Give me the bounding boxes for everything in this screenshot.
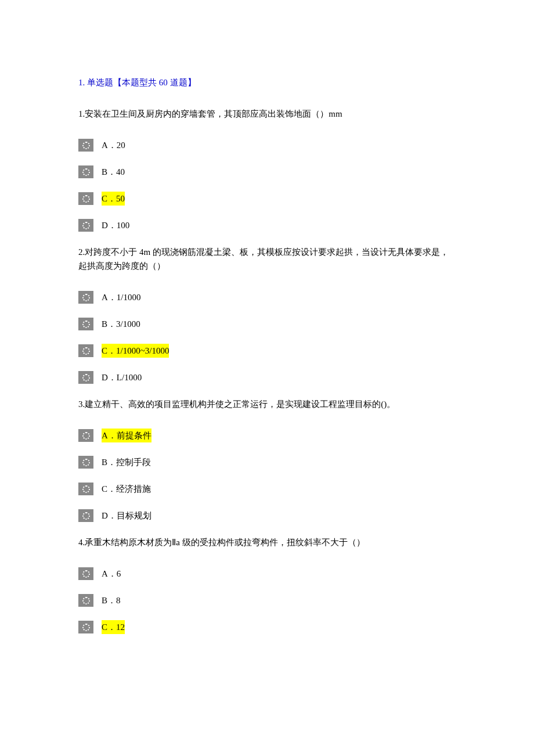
radio-icon[interactable] (78, 456, 93, 469)
option-label: D．100 (102, 218, 129, 232)
option-row[interactable]: C．经济措施 (78, 482, 456, 496)
radio-icon[interactable] (78, 483, 93, 495)
option-label: C．1/1000~3/1000 (102, 344, 169, 358)
option-row[interactable]: A．6 (78, 567, 456, 581)
option-label: B．8 (102, 593, 121, 607)
radio-icon[interactable] (78, 509, 93, 522)
radio-icon[interactable] (78, 621, 93, 633)
option-row[interactable]: B．控制手段 (78, 455, 456, 469)
option-row[interactable]: D．100 (78, 218, 456, 232)
radio-icon[interactable] (78, 567, 93, 580)
question-text: 4.承重木结构原木材质为Ⅱa 级的受拉构件或拉弯构件，扭纹斜率不大于（） (78, 535, 456, 549)
radio-icon[interactable] (78, 139, 93, 152)
radio-icon[interactable] (78, 165, 93, 178)
radio-icon[interactable] (78, 344, 93, 357)
radio-icon[interactable] (78, 219, 93, 232)
option-label: B．3/1000 (102, 317, 140, 331)
radio-icon[interactable] (78, 192, 93, 205)
options-group: A．前提条件B．控制手段C．经济措施D．目标规划 (78, 429, 456, 523)
option-label: D．目标规划 (102, 509, 151, 523)
question-text: 3.建立精干、高效的项目监理机构并使之正常运行，是实现建设工程监理目标的()。 (78, 397, 456, 411)
option-label: B．40 (102, 165, 125, 179)
option-label: A．6 (102, 567, 121, 581)
option-label: A．1/1000 (102, 290, 141, 304)
option-label: A．前提条件 (102, 429, 151, 442)
option-row[interactable]: C．1/1000~3/1000 (78, 344, 456, 358)
radio-icon[interactable] (78, 291, 93, 304)
option-row[interactable]: B．40 (78, 165, 456, 179)
option-row[interactable]: D．目标规划 (78, 509, 456, 523)
options-group: A．20B．40C．50D．100 (78, 138, 456, 232)
option-label: C．50 (102, 192, 125, 206)
radio-icon[interactable] (78, 429, 93, 442)
option-row[interactable]: D．L/1000 (78, 370, 456, 384)
option-label: C．12 (102, 620, 125, 634)
radio-icon[interactable] (78, 594, 93, 607)
questions-container: 1.安装在卫生间及厨房内的穿墙套管，其顶部应高出装饰地面（）mmA．20B．40… (78, 107, 456, 634)
option-row[interactable]: C．50 (78, 192, 456, 206)
option-row[interactable]: A．20 (78, 138, 456, 152)
option-row[interactable]: A．1/1000 (78, 290, 456, 304)
option-row[interactable]: B．3/1000 (78, 317, 456, 331)
option-label: C．经济措施 (102, 482, 151, 496)
option-label: D．L/1000 (102, 370, 142, 384)
option-label: A．20 (102, 138, 125, 152)
question-text: 2.对跨度不小于 4m 的现浇钢筋混凝土梁、板，其模板应按设计要求起拱，当设计无… (78, 245, 456, 273)
option-row[interactable]: C．12 (78, 620, 456, 634)
section-title: 1. 单选题【本题型共 60 道题】 (78, 75, 456, 89)
option-row[interactable]: A．前提条件 (78, 429, 456, 442)
radio-icon[interactable] (78, 371, 93, 384)
options-group: A．6B．8C．12 (78, 567, 456, 634)
radio-icon[interactable] (78, 318, 93, 330)
option-row[interactable]: B．8 (78, 593, 456, 607)
options-group: A．1/1000B．3/1000C．1/1000~3/1000D．L/1000 (78, 290, 456, 384)
question-text: 1.安装在卫生间及厨房内的穿墙套管，其顶部应高出装饰地面（）mm (78, 107, 456, 121)
option-label: B．控制手段 (102, 455, 151, 469)
